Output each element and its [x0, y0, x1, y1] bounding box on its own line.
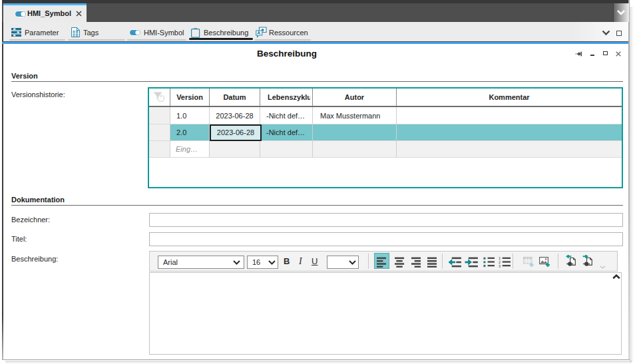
svg-text:3: 3: [499, 264, 501, 268]
